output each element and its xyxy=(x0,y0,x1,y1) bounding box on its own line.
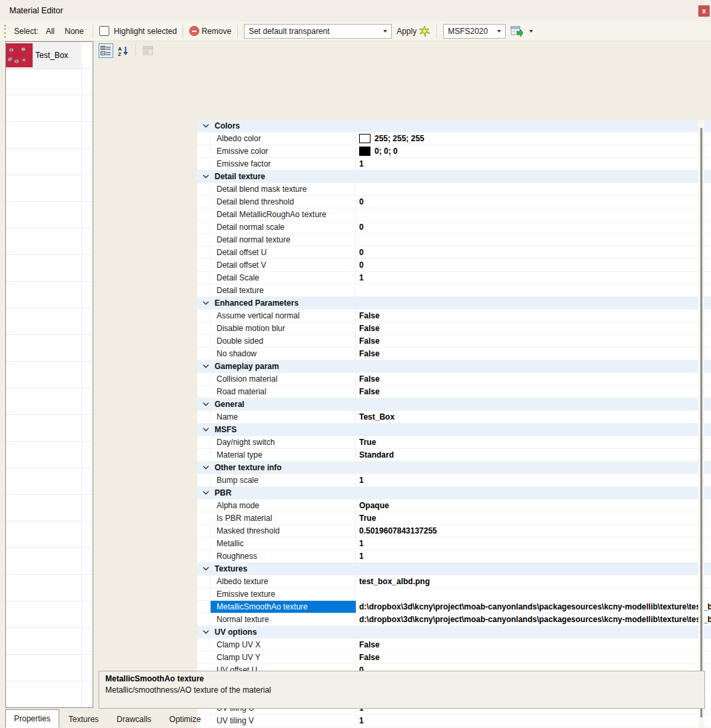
property-label[interactable]: Detail offset U xyxy=(211,246,356,258)
property-value[interactable]: False xyxy=(356,310,711,322)
property-value[interactable]: 1 xyxy=(356,272,711,284)
property-value[interactable]: 1 xyxy=(356,550,711,562)
property-value[interactable]: True xyxy=(356,436,711,448)
property-value[interactable]: False xyxy=(356,373,711,385)
property-value[interactable]: True xyxy=(356,512,711,524)
property-row[interactable]: Is PBR materialTrue xyxy=(197,512,711,525)
property-row[interactable]: No shadowFalse xyxy=(197,348,711,360)
property-row[interactable]: Masked threshold0.5019607843137255 xyxy=(197,525,711,538)
property-value[interactable]: 0 xyxy=(356,221,711,233)
property-label[interactable]: Detail blend threshold xyxy=(211,196,356,208)
property-value[interactable]: False xyxy=(356,639,711,651)
property-label[interactable]: Is PBR material xyxy=(211,512,356,524)
property-row[interactable]: Emissive color0; 0; 0 xyxy=(197,145,711,158)
property-row[interactable]: Material typeStandard xyxy=(197,449,711,462)
tab-optimize[interactable]: Optimize xyxy=(161,711,209,728)
categorized-view-button[interactable] xyxy=(99,43,113,58)
property-label[interactable]: Material type xyxy=(211,449,356,461)
property-row[interactable]: Detail offset V0 xyxy=(197,259,711,272)
list-item[interactable]: Test_Box xyxy=(6,42,81,69)
category-row[interactable]: Colors xyxy=(197,120,711,133)
property-value[interactable]: 1 xyxy=(356,474,711,486)
property-row[interactable]: Albedo color255; 255; 255 xyxy=(197,133,711,145)
property-label[interactable]: Name xyxy=(211,411,356,423)
tab-drawcalls[interactable]: Drawcalls xyxy=(108,711,160,728)
property-row[interactable]: Day/night switchTrue xyxy=(197,436,711,449)
property-value[interactable]: False xyxy=(356,651,711,663)
category-row[interactable]: PBR xyxy=(197,487,711,500)
property-label[interactable]: Clamp UV Y xyxy=(211,651,356,663)
property-value[interactable]: False xyxy=(356,348,711,360)
property-value[interactable]: test_box_albd.png xyxy=(356,575,711,587)
property-value[interactable] xyxy=(356,183,711,195)
property-value[interactable]: 1 xyxy=(356,538,711,549)
property-label[interactable]: Emissive color xyxy=(211,145,356,157)
property-label[interactable]: Detail normal texture xyxy=(211,234,356,246)
property-value[interactable]: False xyxy=(356,322,711,334)
property-label[interactable]: Masked threshold xyxy=(211,525,356,537)
highlight-selected-checkbox[interactable] xyxy=(99,26,109,36)
property-value[interactable]: 1 xyxy=(356,158,711,170)
property-value[interactable]: Standard xyxy=(356,449,711,461)
property-row[interactable]: Emissive texture xyxy=(197,588,711,601)
property-row[interactable]: Clamp UV XFalse xyxy=(197,639,711,651)
property-row[interactable]: Bump scale1 xyxy=(197,474,711,487)
property-value[interactable]: Opaque xyxy=(356,500,711,512)
property-value[interactable]: Test_Box xyxy=(356,411,711,423)
apply-button[interactable]: Apply xyxy=(396,26,430,37)
property-label[interactable]: Albedo color xyxy=(211,133,356,145)
export-button[interactable] xyxy=(510,26,533,37)
property-value[interactable] xyxy=(356,234,711,246)
property-label[interactable]: Detail normal scale xyxy=(211,221,356,233)
property-value[interactable]: 0; 0; 0 xyxy=(356,145,711,157)
property-label[interactable]: Albedo texture xyxy=(211,575,356,587)
toolbar-grip-handle[interactable] xyxy=(4,25,8,38)
collapse-chevron-icon[interactable] xyxy=(197,402,215,406)
collapse-chevron-icon[interactable] xyxy=(197,428,215,432)
collapse-chevron-icon[interactable] xyxy=(197,630,215,634)
property-row[interactable]: Collision materialFalse xyxy=(197,373,711,386)
category-row[interactable]: MSFS xyxy=(197,424,711,436)
collapse-chevron-icon[interactable] xyxy=(197,466,215,470)
property-value[interactable] xyxy=(356,284,711,296)
property-label[interactable]: Detail offset V xyxy=(211,259,356,271)
property-row[interactable]: Emissive factor1 xyxy=(197,158,711,171)
property-value[interactable] xyxy=(356,588,711,600)
property-label[interactable]: Emissive factor xyxy=(211,158,356,170)
select-all-button[interactable]: All xyxy=(43,25,57,37)
property-label[interactable]: Day/night switch xyxy=(211,436,356,448)
property-label[interactable]: Roughness xyxy=(211,550,356,562)
property-label[interactable]: Double sided xyxy=(211,335,356,347)
collapse-chevron-icon[interactable] xyxy=(197,175,215,179)
collapse-chevron-icon[interactable] xyxy=(197,491,215,495)
property-row[interactable]: Assume vertical normalFalse xyxy=(197,310,711,322)
category-row[interactable]: General xyxy=(197,398,711,411)
remove-button[interactable]: Remove xyxy=(189,26,231,36)
property-label[interactable]: MetallicSmoothAo texture xyxy=(211,601,356,613)
property-label[interactable]: Emissive texture xyxy=(211,588,356,600)
property-value[interactable]: False xyxy=(356,386,711,398)
category-row[interactable]: UV options xyxy=(197,626,711,639)
property-row[interactable]: Detail normal scale0 xyxy=(197,221,711,234)
property-row[interactable]: Detail texture xyxy=(197,284,711,297)
property-value[interactable]: 0 xyxy=(356,196,711,208)
property-value[interactable]: False xyxy=(356,335,711,347)
property-row[interactable]: NameTest_Box xyxy=(197,411,711,424)
property-label[interactable]: No shadow xyxy=(211,348,356,360)
property-value[interactable]: d:\dropbox\3d\kcny\project\moab-canyonla… xyxy=(356,613,711,625)
category-row[interactable]: Detail texture xyxy=(197,171,711,183)
property-row[interactable]: Detail Scale1 xyxy=(197,272,711,284)
property-row[interactable]: Road materialFalse xyxy=(197,386,711,398)
property-label[interactable]: Detail MetallicRoughAo texture xyxy=(211,208,356,220)
property-label[interactable]: Alpha mode xyxy=(211,500,356,512)
collapse-chevron-icon[interactable] xyxy=(197,124,215,128)
vertical-scrollbar[interactable] xyxy=(698,120,704,728)
property-row[interactable]: Detail blend threshold0 xyxy=(197,196,711,208)
property-row[interactable]: Alpha modeOpaque xyxy=(197,500,711,512)
category-row[interactable]: Gameplay param xyxy=(197,360,711,373)
property-row[interactable]: Detail MetallicRoughAo texture xyxy=(197,208,711,221)
material-list[interactable]: Test_Box xyxy=(5,41,93,708)
category-row[interactable]: Enhanced Parameters xyxy=(197,297,711,310)
property-label[interactable]: Detail texture xyxy=(211,284,356,296)
default-action-combobox[interactable]: Set default transparent xyxy=(244,24,392,39)
